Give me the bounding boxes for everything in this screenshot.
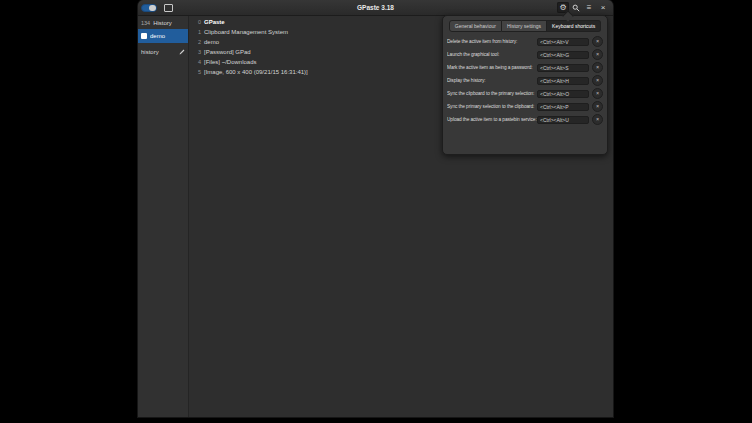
shortcut-input[interactable]	[537, 38, 589, 46]
shortcut-label: Display the history:	[447, 78, 537, 83]
document-new-icon	[164, 4, 173, 12]
shortcut-rows: Delete the active item from history: × L…	[443, 35, 607, 126]
settings-tabs: General behaviour History settings Keybo…	[449, 20, 601, 32]
reset-shortcut-button[interactable]: ×	[592, 75, 603, 86]
history-name: History	[153, 20, 185, 26]
shortcut-input[interactable]	[537, 116, 589, 124]
close-button[interactable]: ×	[597, 2, 609, 13]
reset-shortcut-button[interactable]: ×	[592, 88, 603, 99]
tracking-switch[interactable]	[141, 4, 157, 12]
clear-icon: ×	[596, 52, 599, 58]
close-icon: ×	[601, 4, 606, 12]
shortcut-label: Delete the active item from history:	[447, 39, 537, 44]
tab-general-behaviour[interactable]: General behaviour	[449, 20, 502, 32]
item-index: 2	[196, 39, 201, 45]
shortcut-row: Mark the active item as being a password…	[443, 61, 607, 74]
shortcut-input[interactable]	[537, 51, 589, 59]
item-text: [Files] ~/Downloads	[204, 59, 257, 65]
sidebar-item-history-lower[interactable]: history	[138, 45, 188, 58]
shortcut-row: Sync the clipboard to the primary select…	[443, 87, 607, 100]
search-button[interactable]	[570, 2, 582, 13]
switch-knob	[149, 5, 156, 11]
shortcut-input[interactable]	[537, 90, 589, 98]
clear-icon: ×	[596, 104, 599, 110]
sidebar-item-demo[interactable]: demo	[138, 29, 188, 43]
clear-icon: ×	[596, 78, 599, 84]
search-icon	[572, 4, 580, 12]
reset-shortcut-button[interactable]: ×	[592, 114, 603, 125]
reset-shortcut-button[interactable]: ×	[592, 62, 603, 73]
tab-history-settings[interactable]: History settings	[502, 20, 547, 32]
item-index: 0	[196, 19, 201, 25]
shortcut-row: Upload the active item to a pastebin ser…	[443, 113, 607, 126]
item-index: 1	[196, 29, 201, 35]
window-title: GPaste 3.18	[138, 0, 613, 15]
hamburger-menu-icon: ≡	[587, 4, 592, 12]
clear-icon: ×	[596, 117, 599, 123]
history-count-badge: 134	[141, 20, 150, 26]
history-name: demo	[150, 33, 185, 39]
shortcut-label: Sync the clipboard to the primary select…	[447, 91, 537, 96]
item-index: 3	[196, 49, 201, 55]
history-name: history	[141, 49, 177, 55]
item-text: demo	[204, 39, 219, 45]
tab-keyboard-shortcuts[interactable]: Keyboard shortcuts	[547, 20, 601, 32]
shortcut-label: Mark the active item as being a password…	[447, 65, 537, 70]
gear-icon: ⚙	[559, 4, 566, 12]
reset-shortcut-button[interactable]: ×	[592, 101, 603, 112]
item-text: [Password] GPad	[204, 49, 251, 55]
settings-popover: General behaviour History settings Keybo…	[442, 15, 608, 155]
shortcut-input[interactable]	[537, 77, 589, 85]
shortcut-label: Launch the graphical tool:	[447, 52, 537, 57]
item-index: 5	[196, 69, 201, 75]
shortcut-row: Display the history: ×	[443, 74, 607, 87]
clear-icon: ×	[596, 65, 599, 71]
selected-history-badge	[141, 33, 147, 39]
reset-shortcut-button[interactable]: ×	[592, 49, 603, 60]
clear-icon: ×	[596, 91, 599, 97]
item-text: GPaste	[204, 19, 225, 25]
shortcut-input[interactable]	[537, 64, 589, 72]
edit-history-icon[interactable]	[179, 49, 185, 55]
new-item-button[interactable]	[162, 2, 174, 13]
menu-button[interactable]: ≡	[583, 2, 595, 13]
shortcut-row: Delete the active item from history: ×	[443, 35, 607, 48]
histories-sidebar: 134 History demo history	[138, 16, 189, 417]
gpaste-window: GPaste 3.18 ⚙ ≡ × 134 History demo his	[138, 0, 613, 417]
sidebar-item-history-main[interactable]: 134 History	[138, 16, 188, 29]
shortcut-row: Launch the graphical tool: ×	[443, 48, 607, 61]
shortcut-row: Sync the primary selection to the clipbo…	[443, 100, 607, 113]
item-text: [Image, 600 x 400 (09/21/15 16:31:41)]	[204, 69, 308, 75]
item-text: Clipboard Management System	[204, 29, 288, 35]
shortcut-input[interactable]	[537, 103, 589, 111]
item-index: 4	[196, 59, 201, 65]
shortcut-label: Upload the active item to a pastebin ser…	[447, 117, 537, 122]
clear-icon: ×	[596, 39, 599, 45]
headerbar: GPaste 3.18 ⚙ ≡ ×	[138, 0, 613, 16]
reset-shortcut-button[interactable]: ×	[592, 36, 603, 47]
shortcut-label: Sync the primary selection to the clipbo…	[447, 104, 537, 109]
